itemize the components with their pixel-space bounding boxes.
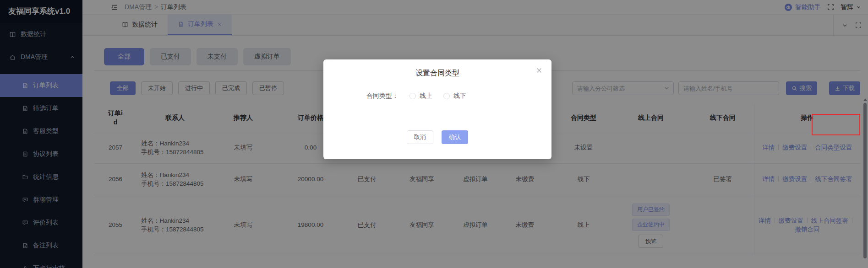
set-contract-type-dialog: 设置合同类型 合同类型： 线上 线下 取消 确认	[323, 59, 551, 159]
dialog-title: 设置合同类型	[323, 59, 551, 78]
radio-offline-label: 线下	[453, 92, 466, 100]
cancel-button[interactable]: 取消	[407, 130, 433, 144]
app-window: 友福同享系统v1.0 数据统计 DMA管理 订单列表 筛选订单	[0, 0, 868, 268]
contract-type-field-label: 合同类型：	[366, 92, 399, 100]
red-highlight-box	[812, 114, 860, 135]
close-icon[interactable]	[536, 67, 542, 74]
dialog-footer: 取消 确认	[323, 130, 551, 144]
radio-offline[interactable]: 线下	[443, 92, 466, 100]
radio-circle-icon	[443, 93, 450, 99]
radio-online-label: 线上	[420, 92, 432, 100]
confirm-button[interactable]: 确认	[442, 130, 468, 144]
radio-circle-icon	[409, 93, 416, 99]
radio-online[interactable]: 线上	[409, 92, 432, 100]
dialog-body: 合同类型： 线上 线下	[323, 92, 551, 100]
